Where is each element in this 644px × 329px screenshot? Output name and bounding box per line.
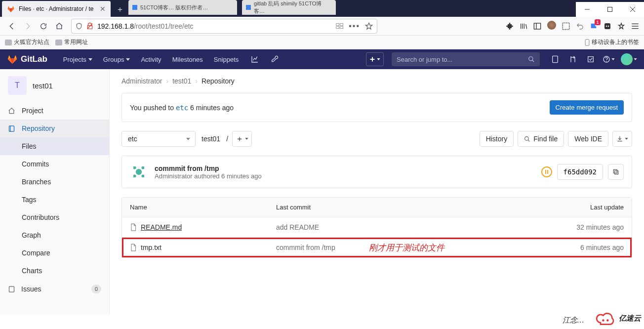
issues-icon[interactable]	[547, 52, 564, 66]
gitlab-logo[interactable]: GitLab	[7, 54, 47, 65]
sidebar-item-project[interactable]: Project	[0, 102, 109, 120]
window-close-button[interactable]	[621, 2, 644, 17]
insecure-icon[interactable]	[86, 22, 93, 30]
sidebar-sub-charts[interactable]: Charts	[0, 262, 109, 280]
watermark-author: 江念…	[563, 316, 584, 325]
copy-sha-button[interactable]	[608, 164, 624, 180]
svg-rect-26	[9, 125, 14, 131]
svg-point-25	[606, 61, 606, 61]
file-icon	[130, 244, 137, 251]
svg-rect-8	[340, 26, 343, 28]
file-link[interactable]: README.md	[141, 223, 182, 231]
nav-analytics-icon[interactable]	[246, 49, 263, 69]
library-icon[interactable]	[520, 22, 527, 30]
push-time: 6 minutes ago	[188, 104, 234, 112]
add-file-dropdown[interactable]: ＋	[232, 131, 252, 147]
issues-count-badge: 0	[91, 285, 101, 293]
sidebar-sub-tags[interactable]: Tags	[0, 191, 109, 208]
sidebar-project-header[interactable]: T test01	[0, 69, 109, 102]
history-button[interactable]: History	[480, 131, 514, 147]
commit-sha[interactable]: f65dd092	[557, 164, 603, 180]
sidebar-sub-compare[interactable]: Compare	[0, 244, 109, 262]
browser-tab-active[interactable]: Files · etc · Administrator / te ✕	[2, 1, 111, 17]
notification-bell-icon[interactable]	[590, 22, 598, 30]
breadcrumb-owner[interactable]: Administrator	[121, 77, 162, 85]
branch-select[interactable]: etc	[121, 131, 196, 147]
undo-icon[interactable]	[576, 22, 584, 30]
sidebar-sub-branches[interactable]: Branches	[0, 173, 109, 191]
checkbox-icon[interactable]	[562, 22, 570, 30]
svg-rect-6	[336, 26, 339, 28]
todos-icon[interactable]	[582, 52, 599, 66]
extensions-icon[interactable]	[506, 22, 514, 30]
sidebar-sub-graph[interactable]: Graph	[0, 226, 109, 244]
commit-title[interactable]: commmit from /tmp	[155, 164, 262, 172]
forward-button[interactable]	[21, 19, 35, 33]
svg-line-22	[532, 60, 534, 62]
commit-time: authored 6 minutes ago	[193, 172, 262, 180]
sidebar-sub-contributors[interactable]: Contributors	[0, 208, 109, 226]
breadcrumb-project[interactable]: test01	[172, 77, 191, 85]
window-maximize-button[interactable]	[599, 2, 621, 17]
bookmark-common[interactable]: 常用网址	[55, 38, 88, 46]
svg-rect-32	[613, 169, 617, 173]
user-avatar[interactable]	[621, 53, 633, 65]
table-row[interactable]: tmp.txt commmit from /tmp 刚才用于测试的文件 6 mi…	[122, 238, 632, 257]
svg-rect-20	[370, 59, 375, 60]
sidebar-icon[interactable]	[533, 22, 541, 30]
file-link[interactable]: tmp.txt	[141, 244, 161, 251]
nav-activity[interactable]: Activity	[136, 49, 166, 69]
header-search[interactable]	[392, 52, 540, 66]
chevron-down-icon[interactable]	[634, 58, 637, 60]
search-input[interactable]	[397, 56, 528, 63]
sidebar-item-issues[interactable]: Issues 0	[0, 280, 109, 298]
commit-author[interactable]: Administrator	[155, 172, 193, 180]
pipeline-status-icon[interactable]	[541, 166, 552, 177]
new-dropdown[interactable]	[366, 52, 384, 66]
bookmark-star-icon[interactable]	[365, 22, 373, 30]
app-icon[interactable]	[604, 22, 611, 30]
brand-text: GitLab	[21, 54, 47, 64]
nav-admin-icon[interactable]	[266, 49, 283, 69]
tab-close-icon[interactable]: ✕	[100, 5, 106, 13]
row-update: 6 minutes ago	[525, 244, 624, 251]
sidebar-item-repository[interactable]: Repository	[0, 120, 109, 137]
folder-icon	[5, 40, 12, 45]
path-project[interactable]: test01	[201, 135, 220, 143]
window-minimize-button[interactable]	[576, 2, 599, 17]
nav-milestones[interactable]: Milestones	[167, 49, 208, 69]
sidebar-sub-files[interactable]: Files	[0, 137, 109, 155]
shield-icon[interactable]	[76, 22, 82, 30]
reader-icon[interactable]	[336, 23, 344, 29]
page-actions-icon[interactable]: •••	[349, 22, 360, 31]
hamburger-menu-icon[interactable]	[631, 23, 639, 30]
download-dropdown[interactable]	[612, 131, 632, 147]
bookmark-firefox[interactable]: 火狐官方站点	[5, 38, 49, 46]
push-branch[interactable]: etc	[176, 104, 188, 112]
merge-requests-icon[interactable]	[564, 52, 581, 66]
bookmarks-bar: 火狐官方站点 常用网址 移动设备上的书签	[0, 36, 644, 49]
push-prefix: You pushed to	[130, 104, 176, 112]
profile-avatar-icon[interactable]	[547, 21, 556, 32]
reload-button[interactable]	[37, 19, 50, 33]
nav-groups[interactable]: Groups	[98, 49, 135, 69]
nav-snippets[interactable]: Snippets	[209, 49, 244, 69]
more-icon[interactable]	[617, 22, 625, 30]
mobile-bookmarks[interactable]: 移动设备上的书签	[585, 38, 639, 46]
search-icon	[528, 56, 535, 63]
svg-point-29	[525, 136, 529, 140]
back-button[interactable]	[5, 19, 19, 33]
create-merge-request-button[interactable]: Create merge request	[550, 100, 624, 115]
nav-projects[interactable]: Projects	[58, 49, 97, 69]
find-file-button[interactable]: Find file	[518, 131, 564, 147]
url-bar[interactable]: 192.168.1.8/root/test01/tree/etc •••	[71, 19, 377, 34]
home-button[interactable]	[52, 19, 66, 33]
background-tab-2[interactable]: gitlab 乱码 shimily 51CTO博客…	[242, 0, 336, 15]
help-icon[interactable]	[600, 52, 617, 66]
background-tab-1[interactable]: 51CTO博客… 版权归作者…	[128, 0, 237, 15]
table-row[interactable]: README.md add README 32 minutes ago	[122, 217, 632, 238]
row-commit[interactable]: add README	[276, 223, 525, 231]
web-ide-button[interactable]: Web IDE	[568, 131, 608, 147]
sidebar-sub-commits[interactable]: Commits	[0, 155, 109, 173]
tab-title: Files · etc · Administrator / te	[19, 5, 96, 12]
